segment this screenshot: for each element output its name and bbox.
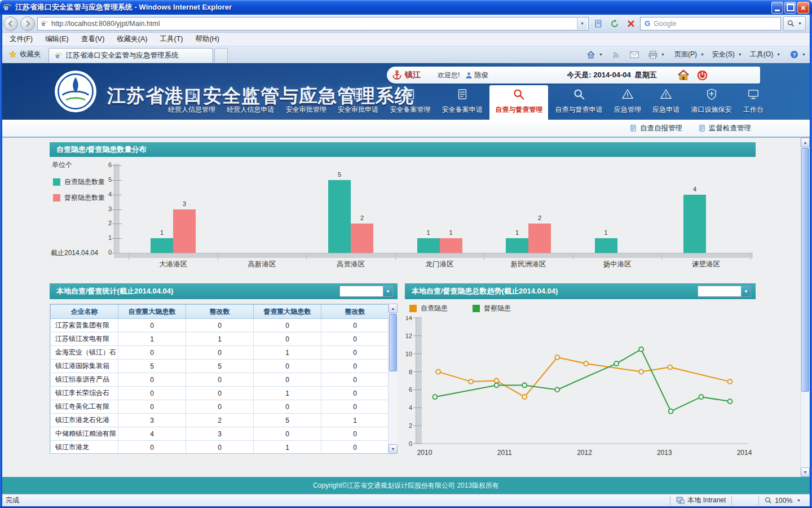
trend-filter-select[interactable]: ▼ — [698, 286, 751, 297]
app-header: 江苏省港口安全监管与应急管理系统 镇江 欢迎您! 陈俊 今天是: 2014-04… — [0, 63, 812, 120]
print-button[interactable]: ▼ — [645, 50, 669, 60]
scroll-up-button[interactable]: ▲ — [389, 304, 398, 313]
nav-item-9[interactable]: 应急申请 — [648, 85, 684, 120]
nav-item-5[interactable]: 安全备案申请 — [438, 85, 487, 120]
stats-filter-select[interactable]: ▼ — [339, 286, 393, 297]
subnav-item-1[interactable]: 监督检查管理 — [698, 124, 751, 133]
magnifier-icon — [513, 88, 525, 103]
nav-item-11[interactable]: 工作台 — [739, 85, 768, 120]
scrollbar-thumb[interactable] — [801, 148, 809, 392]
doc-icon — [352, 88, 364, 103]
home-button[interactable]: ▼ — [582, 49, 607, 60]
new-tab-button[interactable] — [214, 48, 228, 63]
table-row[interactable]: 镇江恒泰沥青产品0000 — [51, 373, 389, 387]
person-doc-icon — [186, 88, 198, 103]
scroll-down-button[interactable]: ▼ — [389, 444, 398, 454]
browser-tab[interactable]: e 江苏省港口安全监管与应急管理系统 — [48, 48, 213, 63]
table-row[interactable]: 江苏镇江发电有限1100 — [51, 332, 389, 346]
bar-category-label: 新民洲港区 — [489, 260, 568, 269]
doc-icon — [300, 88, 312, 103]
trend-panel-title: 本地自查/督查隐患总数趋势(截止2014.04.04) — [412, 286, 558, 296]
search-button[interactable]: ▼ — [783, 16, 806, 31]
refresh-button[interactable] — [607, 17, 621, 30]
main-nav: 经营人信息管理经营人信息申请安全审批管理安全审批申请安全备案管理安全备案申请自查… — [164, 86, 768, 120]
bar-category-label: 谏壁港区 — [667, 260, 745, 269]
table-row[interactable]: 镇江港国际集装箱5500 — [51, 360, 389, 373]
bar-self-check — [417, 238, 440, 253]
scrollbar-thumb[interactable] — [389, 314, 397, 371]
address-dropdown-button[interactable]: ▼ — [577, 18, 587, 29]
minimize-button[interactable] — [771, 2, 783, 14]
warning-icon — [660, 88, 672, 103]
nav-item-0[interactable]: 经营人信息管理 — [164, 85, 220, 120]
stats-column-header[interactable]: 企业名称 — [51, 305, 118, 319]
main-content: 自查隐患/督查隐患数量分布 单位个 自查隐患数量 督察隐患数量 截止2014.0… — [0, 138, 812, 477]
nav-item-7[interactable]: 自查与督查申请 — [551, 85, 607, 120]
stats-column-header[interactable]: 自查重大隐患数 — [118, 305, 186, 319]
scroll-up-button[interactable]: ▲ — [801, 138, 810, 147]
table-row[interactable]: 金海宏业（镇江）石0010 — [51, 346, 389, 360]
read-mail-button[interactable] — [626, 50, 643, 59]
nav-item-6[interactable]: 自查与督查管理 — [489, 85, 548, 120]
table-row[interactable]: 中储粮镇江粮油有限4300 — [51, 427, 389, 441]
anchor-icon — [391, 69, 403, 81]
date-display: 今天是: 2014-04-04 星期五 — [567, 70, 657, 80]
table-row[interactable]: 镇江奇美化工有限0000 — [51, 400, 389, 414]
table-row[interactable]: 镇江市港龙0010 — [51, 441, 389, 454]
bar-value-label: 3 — [173, 200, 196, 207]
nav-item-3[interactable]: 安全审批申请 — [333, 85, 383, 120]
stats-column-header[interactable]: 整改数 — [186, 305, 254, 319]
svg-text:8: 8 — [409, 369, 412, 375]
svg-text:2: 2 — [409, 422, 412, 429]
welcome-label: 欢迎您! — [438, 71, 460, 80]
search-input[interactable]: G Google — [640, 17, 781, 30]
menu-help[interactable]: 帮助(H) — [189, 33, 225, 46]
feeds-button[interactable] — [608, 50, 624, 60]
nav-item-4[interactable]: 安全备案管理 — [385, 85, 435, 120]
sub-nav: 自查自报管理监督检查管理 — [0, 120, 812, 138]
bar-value-label: 2 — [528, 214, 551, 221]
window-titlebar[interactable]: e 江苏省港口安全监管与应急管理系统 - Windows Internet Ex… — [0, 0, 812, 15]
menu-edit[interactable]: 编辑(E) — [39, 33, 75, 46]
table-row[interactable]: 镇江李长荣综合石0010 — [51, 387, 389, 400]
table-row[interactable]: 镇江市港龙石化港3251 — [51, 414, 389, 427]
stop-button[interactable] — [624, 17, 638, 30]
bar-inspection — [173, 209, 196, 253]
bar-inspection — [440, 238, 462, 253]
table-scrollbar[interactable]: ▲ ▼ — [388, 304, 398, 454]
nav-item-10[interactable]: 港口设施保安 — [687, 85, 736, 120]
nav-item-8[interactable]: 应急管理 — [610, 85, 646, 120]
bar-value-label: 1 — [417, 229, 440, 236]
forward-button[interactable] — [20, 16, 35, 31]
menu-tools[interactable]: 工具(T) — [153, 33, 189, 46]
logout-button[interactable] — [696, 69, 708, 81]
help-button[interactable]: ?▼ — [786, 49, 810, 60]
menu-favorites[interactable]: 收藏夹(A) — [111, 33, 153, 46]
trend-line-chart: 0246810121420102011201220132014 — [405, 316, 756, 461]
user-icon — [465, 72, 473, 79]
nav-item-1[interactable]: 经营人信息申请 — [222, 85, 279, 120]
stats-column-header[interactable]: 整改数 — [321, 305, 389, 319]
home-icon[interactable] — [677, 69, 690, 81]
favorites-button[interactable]: 收藏夹 — [3, 47, 46, 61]
window-title: 江苏省港口安全监管与应急管理系统 - Windows Internet Expl… — [15, 2, 232, 12]
scroll-down-button[interactable]: ▼ — [801, 467, 810, 477]
menu-view[interactable]: 查看(V) — [75, 33, 111, 46]
toolbar-safety-button[interactable]: 安全(S)▼ — [708, 49, 746, 60]
compatibility-button[interactable] — [591, 17, 605, 30]
trend-chart-panel: 本地自查/督查隐患总数趋势(截止2014.04.04) ▼ 自查隐患 督察隐患 … — [405, 283, 756, 461]
back-button[interactable] — [3, 16, 18, 31]
page-scrollbar[interactable]: ▲ ▼ — [800, 138, 810, 477]
nav-item-2[interactable]: 安全审批管理 — [281, 85, 331, 120]
stats-column-header[interactable]: 督查重大隐患数 — [254, 305, 321, 319]
toolbar-tools-button[interactable]: 工具(O)▼ — [746, 49, 784, 60]
bar-self-check — [595, 238, 617, 253]
menu-file[interactable]: 文件(F) — [3, 33, 39, 46]
close-button[interactable] — [797, 2, 809, 14]
subnav-item-0[interactable]: 自查自报管理 — [629, 124, 682, 133]
maximize-button[interactable] — [784, 2, 796, 14]
address-bar[interactable]: e http://localhost:8080/yjpt/Main.html ▼ — [37, 17, 589, 30]
toolbar-page-button[interactable]: 页面(P)▼ — [670, 49, 708, 60]
table-row[interactable]: 江苏索普集团有限0000 — [51, 319, 389, 332]
zoom-control[interactable]: 100% ▼ — [758, 496, 806, 505]
